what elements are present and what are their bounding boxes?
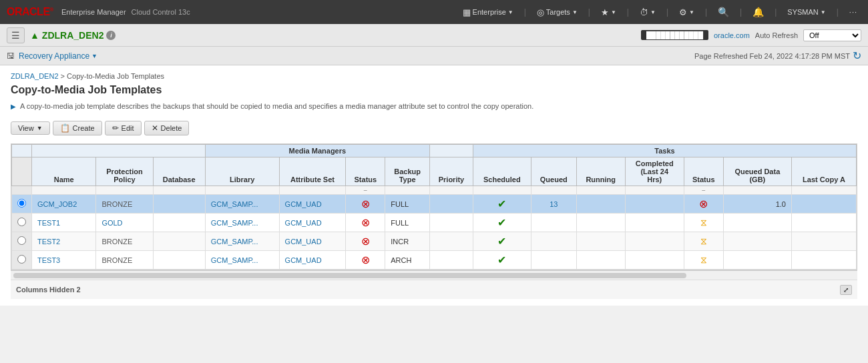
- attribute-set-link[interactable]: GCM_UAD: [285, 256, 322, 264]
- enterprise-menu[interactable]: ▦ Enterprise ▼: [459, 6, 517, 19]
- job-name-link[interactable]: TEST3: [37, 256, 60, 264]
- col-header-scheduled[interactable]: Scheduled: [473, 157, 531, 186]
- row-radio[interactable]: [17, 255, 26, 264]
- cell-database: [153, 195, 205, 214]
- cell-backup-type: FULL: [385, 214, 430, 232]
- breadcrumb-home-link[interactable]: ZDLRA_DEN2: [11, 72, 59, 80]
- oracle-com-link[interactable]: oracle.com: [714, 31, 750, 39]
- nav-sep-1: |: [524, 7, 526, 17]
- settings-menu[interactable]: ⚙ ▼: [675, 6, 698, 19]
- oracle-logo: ORACLE®: [7, 6, 53, 18]
- col-header-protection-policy[interactable]: ProtectionPolicy: [96, 157, 153, 186]
- queued-link[interactable]: 13: [550, 200, 558, 208]
- table-group-header-row: Media Managers Tasks: [12, 145, 857, 157]
- attribute-set-link[interactable]: GCM_UAD: [285, 238, 322, 246]
- cell-queued: [531, 251, 576, 270]
- library-link[interactable]: GCM_SAMP...: [211, 238, 258, 246]
- row-selector[interactable]: [12, 214, 32, 232]
- protection-policy-link[interactable]: BRONZE: [101, 238, 132, 246]
- auto-refresh-select[interactable]: Off 30 seconds 1 minute: [803, 29, 861, 41]
- nav-sep-3: |: [627, 7, 629, 17]
- search-btn[interactable]: 🔍: [714, 5, 733, 19]
- row-radio[interactable]: [17, 236, 26, 245]
- expand-button[interactable]: ⤢: [840, 285, 852, 295]
- library-link[interactable]: GCM_SAMP...: [211, 219, 258, 227]
- delete-button[interactable]: ✕ Delete: [144, 121, 190, 135]
- nav-toggle-btn[interactable]: ☰: [7, 27, 25, 43]
- cell-database: [153, 214, 205, 232]
- auto-refresh-label: Auto Refresh: [755, 31, 798, 39]
- col-header-attribute-set[interactable]: Attribute Set: [279, 157, 346, 186]
- cell-scheduled: ✔: [473, 232, 531, 251]
- attribute-set-link[interactable]: GCM_UAD: [285, 200, 322, 208]
- history-menu[interactable]: ⏱ ▼: [636, 6, 660, 19]
- col-header-priority[interactable]: Priority: [429, 157, 473, 186]
- job-name-link[interactable]: TEST2: [37, 238, 60, 246]
- col-header-status[interactable]: Status: [346, 157, 385, 186]
- description-toggle[interactable]: ▶: [11, 102, 16, 111]
- toolbar: View ▼ 📋 Create ✏ Edit ✕ Delete: [11, 118, 857, 138]
- top-navigation: ORACLE® Enterprise Manager Cloud Control…: [0, 0, 868, 24]
- col-header-running[interactable]: Running: [576, 157, 625, 186]
- table-row[interactable]: TEST2BRONZEGCM_SAMP...GCM_UAD⊗INCR✔⧖: [12, 232, 857, 251]
- view-button[interactable]: View ▼: [11, 121, 50, 135]
- col-header-library[interactable]: Library: [205, 157, 279, 186]
- col-header-queued[interactable]: Queued: [531, 157, 576, 186]
- error-icon: ⊗: [361, 254, 370, 266]
- col-header-last-copy[interactable]: Last Copy A: [791, 157, 856, 186]
- col-header-queued-data[interactable]: Queued Data(GB): [723, 157, 791, 186]
- h-scroll-thumb[interactable]: [13, 273, 686, 278]
- table-row[interactable]: GCM_JOB2BRONZEGCM_SAMP...GCM_UAD⊗FULL✔13…: [12, 195, 857, 214]
- recovery-appliance-btn[interactable]: Recovery Appliance ▼: [19, 51, 97, 61]
- table-container[interactable]: Media Managers Tasks Name ProtectionPoli…: [11, 143, 857, 270]
- columns-hidden-info: Columns Hidden 2: [16, 283, 81, 296]
- cell-completed: [625, 251, 684, 270]
- col-header-name[interactable]: Name: [32, 157, 96, 186]
- col-header-completed[interactable]: Completed(Last 24Hrs): [625, 157, 684, 186]
- refresh-btn[interactable]: ↻: [853, 49, 861, 62]
- nav-sep-8: |: [837, 7, 839, 17]
- nav-sep-5: |: [705, 7, 707, 17]
- row-radio[interactable]: [17, 199, 26, 208]
- cloud-control-label: Cloud Control 13c: [132, 8, 190, 16]
- more-menu[interactable]: ···: [845, 7, 861, 17]
- horizontal-scrollbar[interactable]: [11, 270, 857, 280]
- error-icon: ⊗: [361, 198, 370, 210]
- cell-library: GCM_SAMP...: [205, 251, 279, 270]
- table-row[interactable]: TEST1GOLDGCM_SAMP...GCM_UAD⊗FULL✔⧖: [12, 214, 857, 232]
- protection-policy-link[interactable]: GOLD: [101, 219, 122, 227]
- row-selector[interactable]: [12, 251, 32, 270]
- col-header-backup-type[interactable]: BackupType: [385, 157, 430, 186]
- cell-library: GCM_SAMP...: [205, 195, 279, 214]
- job-templates-table: Media Managers Tasks Name ProtectionPoli…: [11, 144, 857, 270]
- row-radio[interactable]: [17, 218, 26, 226]
- create-button[interactable]: 📋 Create: [53, 121, 102, 135]
- cell-task-status: ⧖: [684, 251, 723, 270]
- cell-protection-policy: BRONZE: [96, 195, 153, 214]
- cell-backup-type: FULL: [385, 195, 430, 214]
- cell-backup-type: INCR: [385, 232, 430, 251]
- protection-policy-link[interactable]: BRONZE: [101, 200, 132, 208]
- row-selector[interactable]: [12, 232, 32, 251]
- table-row[interactable]: TEST3BRONZEGCM_SAMP...GCM_UAD⊗ARCH✔⧖: [12, 251, 857, 270]
- library-link[interactable]: GCM_SAMP...: [211, 200, 258, 208]
- job-name-link[interactable]: TEST1: [37, 219, 60, 227]
- library-link[interactable]: GCM_SAMP...: [211, 256, 258, 264]
- protection-policy-link[interactable]: BRONZE: [101, 256, 132, 264]
- task-warning-icon: ⧖: [700, 254, 707, 265]
- user-menu[interactable]: SYSMAN ▼: [783, 7, 829, 17]
- col-header-database[interactable]: Database: [153, 157, 205, 186]
- info-icon[interactable]: i: [106, 31, 116, 40]
- attribute-set-link[interactable]: GCM_UAD: [285, 219, 322, 227]
- cell-last-copy: [791, 214, 856, 232]
- cell-task-status: ⧖: [684, 232, 723, 251]
- col-header-task-status[interactable]: Status: [684, 157, 723, 186]
- edit-button[interactable]: ✏ Edit: [105, 121, 142, 135]
- notifications-btn[interactable]: 🔔: [748, 5, 768, 19]
- row-selector[interactable]: [12, 195, 32, 214]
- cell-backup-type: ARCH: [385, 251, 430, 270]
- targets-menu[interactable]: ◎ Targets ▼: [533, 6, 582, 19]
- table-body: GCM_JOB2BRONZEGCM_SAMP...GCM_UAD⊗FULL✔13…: [12, 195, 857, 270]
- favorites-menu[interactable]: ★ ▼: [597, 6, 620, 19]
- job-name-link[interactable]: GCM_JOB2: [37, 200, 77, 208]
